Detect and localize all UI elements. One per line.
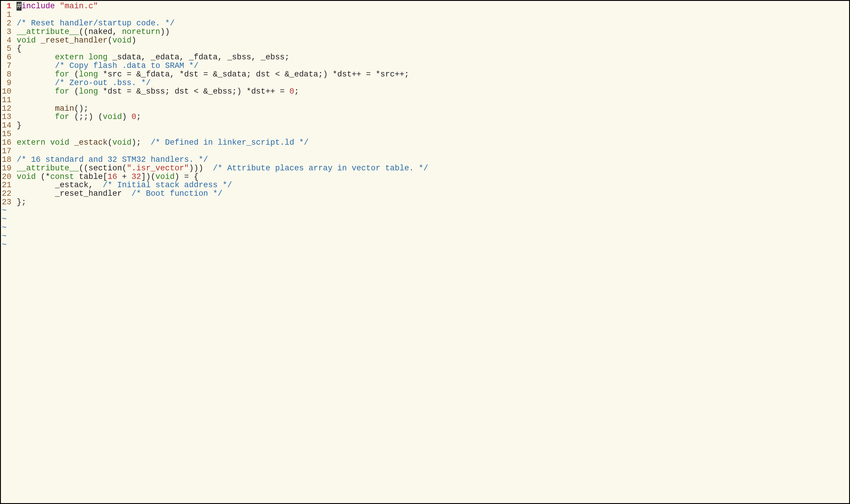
line-number: 1 xyxy=(1,2,14,11)
line-number: 12 xyxy=(1,105,14,113)
empty-line-tilde: ~ xyxy=(1,241,847,250)
line-number: 8 xyxy=(1,70,14,79)
empty-line-tilde: ~ xyxy=(1,224,847,232)
code-content: _reset_handler /* Boot function */ xyxy=(17,190,223,198)
code-line[interactable]: 10 for (long *dst = &_sbss; dst < &_ebss… xyxy=(1,87,847,96)
line-number: 4 xyxy=(1,36,14,45)
empty-line-tilde: ~ xyxy=(1,232,847,241)
line-number: 10 xyxy=(1,87,14,96)
line-number: 17 xyxy=(1,147,14,156)
code-line[interactable]: 11 xyxy=(1,96,847,105)
code-content: __attribute__((naked, noreturn)) xyxy=(17,28,170,36)
code-content: for (long *dst = &_sbss; dst < &_ebss;) … xyxy=(17,87,299,96)
code-line[interactable]: 12 main(); xyxy=(1,105,847,113)
code-content xyxy=(17,147,21,156)
code-line[interactable]: 21 _estack, /* Initial stack address */ xyxy=(1,181,847,190)
line-number: 3 xyxy=(1,28,14,36)
code-content: extern void _estack(void); /* Defined in… xyxy=(17,139,308,147)
code-line[interactable]: 4void _reset_handler(void) xyxy=(1,36,847,45)
line-number: 6 xyxy=(1,53,14,62)
code-content: void _reset_handler(void) xyxy=(17,36,136,45)
code-line[interactable]: 5{ xyxy=(1,44,847,53)
code-content: #include "main.c" xyxy=(17,2,98,11)
line-number: 5 xyxy=(1,44,14,53)
code-line[interactable]: 8 for (long *src = &_fdata, *dst = &_sda… xyxy=(1,70,847,79)
line-number: 19 xyxy=(1,164,14,173)
code-content xyxy=(17,11,21,19)
empty-line-tilde: ~ xyxy=(1,207,847,215)
line-number: 23 xyxy=(1,198,14,207)
line-number: 13 xyxy=(1,113,14,121)
code-line[interactable]: 23}; xyxy=(1,198,847,207)
code-content xyxy=(17,96,21,105)
code-content: /* Zero-out .bss. */ xyxy=(17,79,150,87)
code-line[interactable]: 22 _reset_handler /* Boot function */ xyxy=(1,190,847,198)
code-content: __attribute__((section(".isr_vector"))) … xyxy=(17,164,428,173)
code-content: for (;;) (void) 0; xyxy=(17,113,141,121)
code-line[interactable]: 18/* 16 standard and 32 STM32 handlers. … xyxy=(1,156,847,164)
line-number: 16 xyxy=(1,139,14,147)
code-line[interactable]: 1 xyxy=(1,11,847,19)
code-line[interactable]: 16extern void _estack(void); /* Defined … xyxy=(1,139,847,147)
code-content: /* Copy flash .data to SRAM */ xyxy=(17,62,198,70)
line-number: 2 xyxy=(1,19,14,28)
code-content: }; xyxy=(17,198,26,207)
code-content: main(); xyxy=(17,105,88,113)
code-line[interactable]: 2/* Reset handler/startup code. */ xyxy=(1,19,847,28)
line-number: 14 xyxy=(1,121,14,130)
line-number: 18 xyxy=(1,156,14,164)
line-number: 9 xyxy=(1,79,14,87)
code-content: /* Reset handler/startup code. */ xyxy=(17,19,175,28)
code-line[interactable]: 1#include "main.c" xyxy=(1,2,847,11)
code-content: } xyxy=(17,121,21,130)
code-line[interactable]: 9 /* Zero-out .bss. */ xyxy=(1,79,847,87)
code-content: extern long _sdata, _edata, _fdata, _sbs… xyxy=(17,53,289,62)
code-line[interactable]: 13 for (;;) (void) 0; xyxy=(1,113,847,121)
code-line[interactable]: 19__attribute__((section(".isr_vector"))… xyxy=(1,164,847,173)
code-content: { xyxy=(17,44,21,53)
empty-line-tilde: ~ xyxy=(1,215,847,224)
code-editor[interactable]: 1#include "main.c"1 2/* Reset handler/st… xyxy=(1,2,847,249)
line-number: 1 xyxy=(1,11,14,19)
code-content: for (long *src = &_fdata, *dst = &_sdata… xyxy=(17,70,409,79)
code-line[interactable]: 6 extern long _sdata, _edata, _fdata, _s… xyxy=(1,53,847,62)
line-number: 20 xyxy=(1,173,14,181)
line-number: 22 xyxy=(1,190,14,198)
code-line[interactable]: 15 xyxy=(1,130,847,139)
code-line[interactable]: 7 /* Copy flash .data to SRAM */ xyxy=(1,62,847,70)
code-line[interactable]: 20void (*const table[16 + 32])(void) = { xyxy=(1,173,847,181)
code-line[interactable]: 14} xyxy=(1,121,847,130)
code-content: _estack, /* Initial stack address */ xyxy=(17,181,232,190)
code-line[interactable]: 3__attribute__((naked, noreturn)) xyxy=(1,28,847,36)
code-content xyxy=(17,130,21,139)
code-content: void (*const table[16 + 32])(void) = { xyxy=(17,173,198,181)
line-number: 11 xyxy=(1,96,14,105)
line-number: 7 xyxy=(1,62,14,70)
line-number: 15 xyxy=(1,130,14,139)
editor-frame: 1#include "main.c"1 2/* Reset handler/st… xyxy=(0,0,850,504)
code-line[interactable]: 17 xyxy=(1,147,847,156)
line-number: 21 xyxy=(1,181,14,190)
code-content: /* 16 standard and 32 STM32 handlers. */ xyxy=(17,156,208,164)
